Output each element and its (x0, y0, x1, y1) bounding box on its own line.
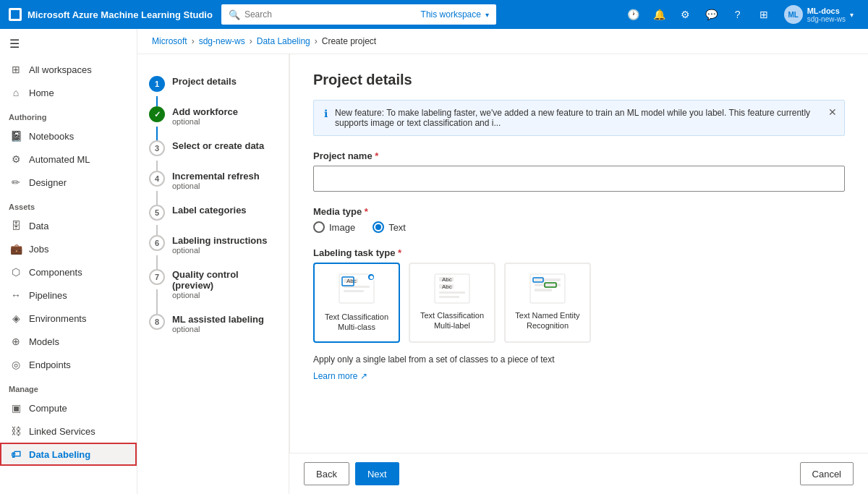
breadcrumb-sep-1: › (192, 36, 195, 46)
sidebar-item-notebooks[interactable]: 📓 Notebooks (0, 124, 137, 148)
sidebar-label-linked-services: Linked Services (29, 426, 95, 437)
breadcrumb: Microsoft › sdg-new-ws › Data Labeling ›… (137, 29, 868, 54)
sidebar-item-home[interactable]: ⌂ Home (0, 81, 137, 104)
hamburger-menu-button[interactable]: ☰ (0, 29, 29, 58)
sidebar-item-components[interactable]: ⬡ Components (0, 260, 137, 284)
step-6-title: Labeling instructions (172, 235, 277, 246)
sidebar-label-data-labeling: Data Labeling (29, 449, 90, 460)
project-name-input[interactable] (313, 166, 845, 192)
main-content: 1 Project details ✓ Add workforce option… (137, 54, 868, 494)
breadcrumb-microsoft[interactable]: Microsoft (152, 36, 187, 46)
topbar-icons: 🕐 🔔 ⚙ 💬 ? ⊞ ML ML-docs sdg-new-ws ▾ (622, 2, 859, 27)
workspace-selector[interactable]: This workspace (421, 9, 481, 20)
user-workspace: sdg-new-ws (807, 15, 846, 23)
sidebar-item-jobs[interactable]: 💼 Jobs (0, 237, 137, 260)
info-banner-text: New feature: To make labeling faster, we… (335, 108, 834, 128)
sidebar-item-endpoints[interactable]: ◎ Endpoints (0, 353, 137, 376)
steps-panel: 1 Project details ✓ Add workforce option… (137, 54, 289, 494)
sidebar-item-models[interactable]: ⊕ Models (0, 330, 137, 353)
task-card-multi-label[interactable]: Abc Abc Text Classification Multi-label (409, 263, 495, 343)
step-3-title: Select or create data (172, 140, 277, 151)
history-icon[interactable]: 🕐 (622, 3, 645, 26)
image-radio-circle (313, 221, 325, 233)
sidebar-item-data[interactable]: 🗄 Data (0, 214, 137, 237)
sidebar-item-data-labeling[interactable]: 🏷 Data Labeling (0, 443, 137, 466)
section-assets: Assets (0, 194, 137, 214)
task-card-multi-class[interactable]: Abc Text Classification Multi-class (313, 263, 400, 343)
data-labeling-icon: 🏷 (10, 448, 22, 460)
settings-icon[interactable]: ⚙ (674, 3, 697, 26)
next-button[interactable]: Next (355, 462, 399, 485)
svg-rect-4 (344, 290, 364, 292)
svg-rect-12 (439, 296, 459, 298)
breadcrumb-data-labeling[interactable]: Data Labeling (257, 36, 310, 46)
step-7-subtitle: optional (172, 291, 277, 299)
search-input[interactable] (244, 9, 417, 20)
step-5: 5 Label categories (137, 197, 289, 228)
step-8-info: ML assisted labeling optional (172, 314, 277, 333)
notifications-icon[interactable]: 🔔 (648, 3, 671, 26)
labeling-task-label: Labeling task type * (313, 247, 845, 258)
step-1-info: Project details (172, 76, 277, 87)
media-type-group: Image Text (313, 221, 845, 233)
user-name: ML-docs (807, 7, 846, 15)
info-icon: ℹ (324, 108, 328, 119)
section-manage: Manage (0, 376, 137, 396)
task-description: Apply only a single label from a set of … (313, 354, 845, 365)
sidebar-item-linked-services[interactable]: ⛓ Linked Services (0, 420, 137, 443)
step-2: ✓ Add workforce optional (137, 99, 289, 133)
media-type-image[interactable]: Image (313, 221, 355, 233)
media-type-label: Media type * (313, 206, 845, 217)
back-button[interactable]: Back (304, 462, 349, 485)
data-icon: 🗄 (10, 220, 22, 231)
app-title: Microsoft Azure Machine Learning Studio (27, 9, 213, 20)
user-menu[interactable]: ML ML-docs sdg-new-ws ▾ (778, 2, 859, 27)
media-required-star: * (365, 206, 368, 217)
selected-dot (367, 273, 375, 281)
sidebar-item-automated-ml[interactable]: ⚙ Automated ML (0, 148, 137, 171)
portal-icon[interactable]: ⊞ (752, 3, 775, 26)
sidebar-label-notebooks: Notebooks (29, 131, 74, 142)
breadcrumb-current: Create project (322, 36, 376, 46)
media-type-text[interactable]: Text (373, 221, 406, 233)
feedback-icon[interactable]: 💬 (700, 3, 723, 26)
external-link-icon: ↗ (360, 371, 367, 381)
step-1-title: Project details (172, 76, 277, 87)
step-8-subtitle: optional (172, 325, 277, 333)
help-icon[interactable]: ? (726, 3, 749, 26)
sidebar-label-environments: Environments (29, 313, 86, 324)
project-panel: Project details ℹ New feature: To make l… (289, 54, 868, 453)
avatar: ML (784, 5, 803, 24)
sidebar-item-pipelines[interactable]: ↔ Pipelines (0, 284, 137, 307)
svg-rect-11 (439, 291, 465, 294)
breadcrumb-sep-2: › (250, 36, 252, 46)
breadcrumb-workspace[interactable]: sdg-new-ws (199, 36, 245, 46)
step-4-subtitle: optional (172, 182, 277, 190)
step-8-title: ML assisted labeling (172, 314, 277, 325)
step-2-number: ✓ (149, 106, 165, 122)
step-3-info: Select or create data (172, 140, 277, 151)
sidebar-item-environments[interactable]: ◈ Environments (0, 307, 137, 330)
sidebar: ☰ ⊞ All workspaces ⌂ Home Authoring 📓 No… (0, 29, 137, 494)
task-card-ner[interactable]: Text Named Entity Recognition (504, 263, 591, 343)
learn-more-link[interactable]: Learn more ↗ (313, 371, 367, 381)
svg-rect-14 (535, 278, 561, 281)
sidebar-item-compute[interactable]: ▣ Compute (0, 396, 137, 420)
cancel-button[interactable]: Cancel (800, 462, 854, 485)
sidebar-item-designer[interactable]: ✏ Designer (0, 171, 137, 194)
breadcrumb-sep-3: › (315, 36, 318, 46)
search-box[interactable]: 🔍 This workspace ▾ (221, 4, 496, 25)
search-icon: 🔍 (229, 9, 240, 20)
step-6-subtitle: optional (172, 246, 277, 255)
sidebar-label-all-workspaces: All workspaces (29, 64, 92, 75)
step-3: 3 Select or create data (137, 133, 289, 163)
step-6: 6 Labeling instructions optional (137, 228, 289, 262)
banner-close-button[interactable]: ✕ (828, 106, 837, 118)
sidebar-item-all-workspaces[interactable]: ⊞ All workspaces (0, 58, 137, 81)
svg-text:Abc: Abc (442, 276, 452, 283)
svg-rect-16 (535, 289, 552, 291)
text-radio-circle (373, 221, 384, 233)
sidebar-label-compute: Compute (29, 403, 67, 414)
text-label: Text (388, 222, 406, 233)
section-authoring: Authoring (0, 104, 137, 124)
